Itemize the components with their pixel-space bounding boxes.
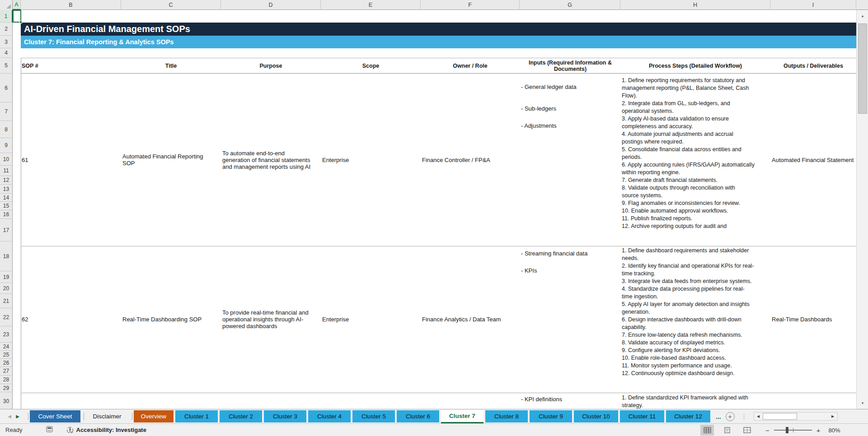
cell-process-steps[interactable]: 1. Define dashboard requirements and sta… <box>622 247 778 377</box>
row-header[interactable]: 2 <box>0 23 13 36</box>
row-header[interactable]: 21 <box>0 294 13 308</box>
tab-cluster-8[interactable]: Cluster 8 <box>485 410 528 422</box>
column-header-e[interactable]: E <box>321 0 421 10</box>
tab-cover-sheet[interactable]: Cover Sheet <box>30 410 80 422</box>
cell-process-steps[interactable]: 1. Define standardized KPI framework ali… <box>622 394 778 409</box>
select-all-corner[interactable] <box>0 0 13 10</box>
zoom-level[interactable]: 80% <box>829 427 840 434</box>
column-header-c[interactable]: C <box>121 0 221 10</box>
scroll-up-icon[interactable]: ▲ <box>857 10 868 22</box>
page-break-view-icon[interactable] <box>740 425 754 436</box>
row-header[interactable]: 1 <box>0 10 13 23</box>
row-header[interactable]: 28 <box>0 376 13 384</box>
cell-owner[interactable]: Finance Controller / FP&A <box>422 74 519 246</box>
row-header[interactable]: 25 <box>0 351 13 359</box>
cell-sop-number[interactable]: 62 <box>22 246 76 393</box>
row-header[interactable]: 24 <box>0 343 13 351</box>
normal-view-icon[interactable] <box>700 425 714 436</box>
cell-purpose[interactable]: To provide real-time financial and opera… <box>222 246 321 393</box>
row-header[interactable]: 26 <box>0 359 13 367</box>
tab-cluster-5[interactable]: Cluster 5 <box>352 410 395 422</box>
column-header-f[interactable]: F <box>421 0 520 10</box>
row-header[interactable]: 7 <box>0 102 13 121</box>
macro-record-icon[interactable] <box>46 426 53 434</box>
cell-title[interactable]: Real-Time Dashboarding SOP <box>122 246 220 393</box>
column-header-h[interactable]: H <box>620 0 770 10</box>
header-title[interactable]: Title <box>121 58 221 74</box>
tab-cluster-9[interactable]: Cluster 9 <box>530 410 572 422</box>
header-purpose[interactable]: Purpose <box>221 58 321 74</box>
row-header[interactable]: 3 <box>0 36 13 48</box>
row-header[interactable]: 19 <box>0 271 13 283</box>
cluster-subtitle-cell[interactable]: Cluster 7: Financial Reporting & Analyti… <box>21 36 856 48</box>
horizontal-scrollbar[interactable]: ◀ ▶ <box>754 412 838 421</box>
header-owner[interactable]: Owner / Role <box>421 58 520 74</box>
vertical-scrollbar-thumb[interactable] <box>858 23 867 114</box>
tab-nav-right-icon[interactable]: ▶ <box>14 414 22 419</box>
cell-sop-number[interactable]: 61 <box>22 74 76 246</box>
cell-scope[interactable]: Enterprise <box>322 74 419 246</box>
tab-cluster-11[interactable]: Cluster 11 <box>620 410 664 422</box>
workbook-title-cell[interactable]: AI-Driven Financial Management SOPs <box>21 23 856 36</box>
cell-input-item[interactable]: - Sub-ledgers <box>521 105 556 112</box>
scroll-down-icon[interactable]: ▼ <box>857 397 868 409</box>
tab-cluster-2[interactable]: Cluster 2 <box>220 410 262 422</box>
column-header-g[interactable]: G <box>520 0 620 10</box>
cell-outputs[interactable]: Real-Time Dashboards <box>772 246 856 393</box>
cell-input-item[interactable]: - KPIs <box>521 267 537 274</box>
cell-process-steps[interactable]: 1. Define reporting requirements for sta… <box>622 77 778 230</box>
row-header[interactable]: 14 <box>0 194 13 202</box>
header-outputs[interactable]: Outputs / Deliverables <box>770 58 856 74</box>
fill-handle[interactable] <box>19 21 22 23</box>
header-inputs[interactable]: Inputs (Required Information & Documents… <box>523 58 618 74</box>
tab-cluster-3[interactable]: Cluster 3 <box>264 410 306 422</box>
vertical-scrollbar[interactable]: ▲ ▼ <box>856 10 868 409</box>
row-header[interactable]: 17 <box>0 219 13 241</box>
tab-cluster-4[interactable]: Cluster 4 <box>308 410 351 422</box>
column-header-i[interactable]: I <box>770 0 856 10</box>
tab-nav-left-icon[interactable]: ◀ <box>5 414 14 419</box>
tabs-overflow-button[interactable]: ... <box>716 413 721 420</box>
header-scope[interactable]: Scope <box>321 58 421 74</box>
row-header[interactable]: 8 <box>0 121 13 138</box>
row-header[interactable]: 4 <box>0 48 13 58</box>
cell-input-item[interactable]: - Adjustments <box>521 122 557 129</box>
zoom-out-icon[interactable]: − <box>765 427 769 434</box>
cell-purpose[interactable]: To automate end-to-end generation of fin… <box>222 74 321 246</box>
row-header[interactable]: 11 <box>0 166 13 176</box>
hscroll-right-icon[interactable]: ▶ <box>829 413 837 420</box>
tab-cluster-7[interactable]: Cluster 7 <box>441 410 483 423</box>
row-header[interactable]: 18 <box>0 241 13 271</box>
row-header[interactable]: 23 <box>0 326 13 343</box>
zoom-in-icon[interactable]: + <box>816 427 821 434</box>
header-process-steps[interactable]: Process Steps (Detailed Workflow) <box>620 58 770 74</box>
row-header[interactable]: 29 <box>0 384 13 392</box>
horizontal-scrollbar-thumb[interactable] <box>763 413 797 420</box>
cell-input-item[interactable]: - KPI definitions <box>521 396 562 403</box>
tab-overview[interactable]: Overview <box>134 410 174 422</box>
tab-options-icon[interactable]: ⋮ <box>741 413 747 420</box>
tab-cluster-12[interactable]: Cluster 12 <box>666 410 710 422</box>
cell-outputs[interactable]: Automated Financial Statement <box>772 74 856 246</box>
zoom-slider-thumb[interactable] <box>786 427 788 433</box>
header-sop[interactable]: SOP # <box>22 58 76 74</box>
row-header[interactable]: 16 <box>0 210 13 219</box>
row-header[interactable]: 22 <box>0 308 13 326</box>
row-header[interactable]: 6 <box>0 74 13 102</box>
tab-disclaimer[interactable]: Disclaimer <box>85 410 129 422</box>
tab-cluster-1[interactable]: Cluster 1 <box>175 410 218 422</box>
column-header-b[interactable]: B <box>21 0 121 10</box>
cell-input-item[interactable]: - General ledger data <box>521 83 577 90</box>
cell-title[interactable]: Automated Financial Reporting SOP <box>122 74 220 246</box>
add-sheet-icon[interactable]: + <box>726 412 735 421</box>
tab-cluster-6[interactable]: Cluster 6 <box>397 410 439 422</box>
cell-owner[interactable]: Finance Analytics / Data Team <box>422 246 519 393</box>
row-header[interactable]: 30 <box>0 392 13 409</box>
column-header-a[interactable]: A <box>13 0 21 10</box>
row-header[interactable]: 15 <box>0 202 13 210</box>
row-header[interactable]: 10 <box>0 153 13 166</box>
tab-cluster-10[interactable]: Cluster 10 <box>574 410 618 422</box>
accessibility-status[interactable]: Accessibility: Investigate <box>66 427 146 434</box>
column-header-d[interactable]: D <box>221 0 321 10</box>
hscroll-left-icon[interactable]: ◀ <box>754 413 763 420</box>
